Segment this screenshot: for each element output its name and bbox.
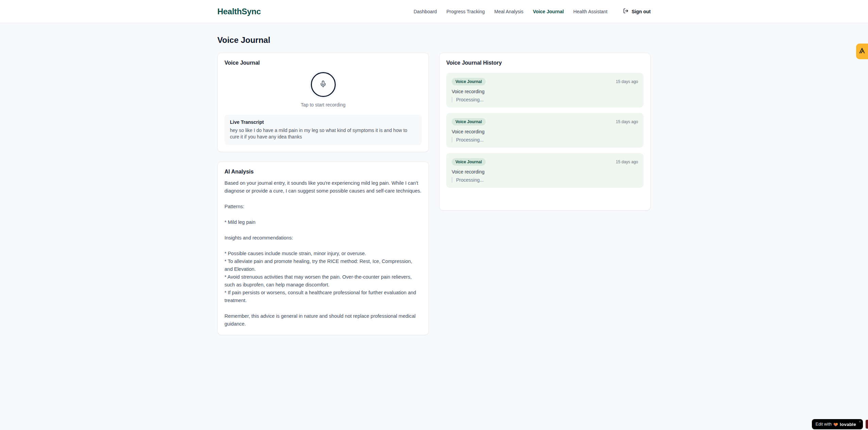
live-transcript-text: hey so like I do have a mild pain in my … [230,127,416,140]
history-entry[interactable]: Voice Journal 15 days ago Voice recordin… [446,113,644,148]
entry-timestamp: 15 days ago [616,79,638,84]
entry-status: Processing... [452,177,638,183]
lovable-heart-icon [833,422,838,427]
main-content: Voice Journal Voice Journal [217,23,651,335]
recorder-card-title: Voice Journal [224,60,422,66]
lovable-close-icon[interactable]: × [859,420,861,424]
ai-analysis-card: AI Analysis Based on your journal entry,… [217,162,429,335]
entry-type-badge: Voice Journal [452,78,486,85]
lovable-prefix-label: Edit with [816,422,832,427]
record-button[interactable] [311,72,336,97]
entry-status: Processing... [452,97,638,102]
lovable-brand-label: lovable [840,422,856,427]
page-title: Voice Journal [217,23,651,45]
voice-journal-history-card: Voice Journal History Voice Journal 15 d… [439,53,651,211]
entry-title: Voice recording [452,129,638,134]
entry-title: Voice recording [452,169,638,175]
entry-title: Voice recording [452,89,638,94]
nav-meal-analysis[interactable]: Meal Analysis [494,9,523,14]
app-header: HealthSync Dashboard Progress Tracking M… [0,0,868,23]
corner-widget-sliver [866,420,868,429]
history-entry[interactable]: Voice Journal 15 days ago Voice recordin… [446,153,644,188]
nav-voice-journal[interactable]: Voice Journal [533,9,564,14]
nav-dashboard[interactable]: Dashboard [414,9,437,14]
entry-type-badge: Voice Journal [452,118,486,126]
side-extension-widget[interactable] [856,44,868,59]
history-entry-list: Voice Journal 15 days ago Voice recordin… [446,73,644,188]
voice-recorder-card: Voice Journal Tap to start recording [217,53,429,152]
main-nav: Dashboard Progress Tracking Meal Analysi… [414,8,651,15]
left-column: Voice Journal Tap to start recording [217,53,429,335]
sign-out-label: Sign out [632,9,651,14]
nav-health-assistant[interactable]: Health Assistant [573,9,607,14]
entry-status: Processing... [452,137,638,143]
nav-progress-tracking[interactable]: Progress Tracking [446,9,485,14]
tap-to-record-hint: Tap to start recording [301,102,346,108]
live-transcript-box: Live Transcript hey so like I do have a … [224,115,422,145]
ai-analysis-title: AI Analysis [224,169,422,175]
side-widget-logo-icon [858,47,865,55]
right-column: Voice Journal History Voice Journal 15 d… [439,53,651,211]
live-transcript-label: Live Transcript [230,119,416,125]
history-entry[interactable]: Voice Journal 15 days ago Voice recordin… [446,73,644,108]
sign-out-button[interactable]: Sign out [623,8,651,15]
brand-logo[interactable]: HealthSync [217,7,261,16]
entry-type-badge: Voice Journal [452,158,486,166]
ai-analysis-body: Based on your journal entry, it sounds l… [224,179,422,328]
entry-timestamp: 15 days ago [616,119,638,124]
entry-timestamp: 15 days ago [616,160,638,164]
edit-with-lovable-badge[interactable]: Edit with lovable × [812,419,863,429]
history-card-title: Voice Journal History [446,60,644,66]
log-out-icon [623,8,629,15]
microphone-icon [319,80,327,89]
